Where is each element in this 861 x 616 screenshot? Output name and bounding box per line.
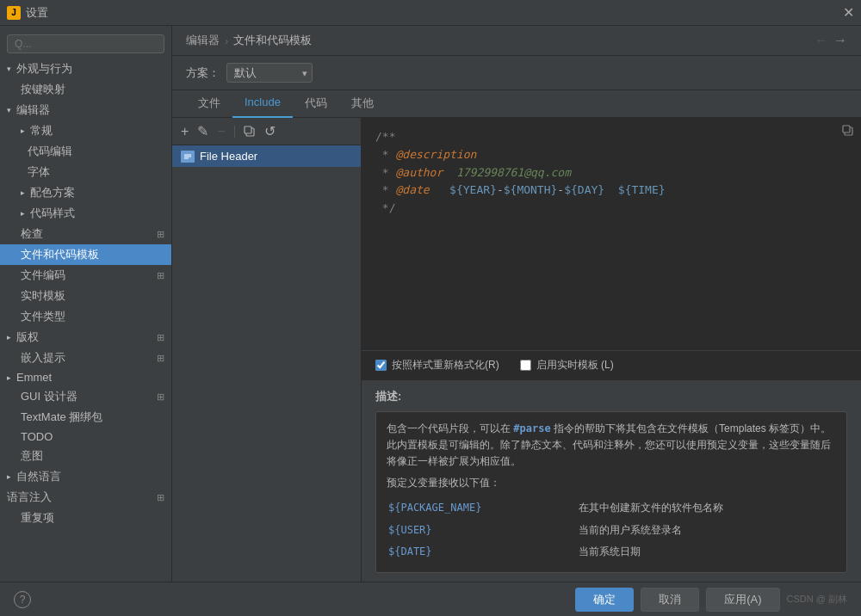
expand-icon: ⊞: [157, 391, 164, 403]
toolbar-separator: [234, 126, 235, 138]
breadcrumb-current: 文件和代码模板: [233, 33, 312, 48]
description-text: 包含一个代码片段，可以在 #parse 指令的帮助下将其包含在文件模板（Temp…: [387, 421, 836, 471]
sidebar-item-natural-lang[interactable]: ▸ 自然语言: [0, 466, 171, 487]
close-button[interactable]: ✕: [842, 7, 854, 19]
chevron-right-icon: ▸: [21, 188, 25, 197]
reformat-checkbox-label[interactable]: 按照样式重新格式化(R): [375, 358, 499, 373]
scheme-label: 方案：: [186, 65, 220, 81]
chevron-down-icon: ▾: [7, 65, 11, 73]
main-container: ▾ 外观与行为 按键映射 ▾ 编辑器 ▸ 常规 代码编辑 字体 ▸ 配色方案 ▸…: [0, 26, 861, 582]
window-title: 设置: [26, 5, 48, 21]
file-toolbar: + ✎ − ↺: [172, 118, 361, 145]
sidebar-item-embedded-hints[interactable]: 嵌入提示 ⊞: [0, 348, 171, 368]
sidebar-item-keymaps[interactable]: 按键映射: [0, 79, 171, 100]
confirm-button[interactable]: 确定: [575, 588, 634, 612]
var-name: ${DATE}: [388, 542, 577, 562]
expand-icon: ⊞: [157, 492, 164, 503]
table-row: ${PACKAGE_NAME} 在其中创建新文件的软件包名称: [388, 498, 834, 518]
sidebar-item-emmet[interactable]: ▸ Emmet: [0, 368, 171, 386]
content-header: 编辑器 › 文件和代码模板 ← →: [172, 26, 861, 56]
scheme-select-wrap: 默认: [226, 63, 313, 83]
file-icon: [181, 151, 195, 163]
table-row: ${USER} 当前的用户系统登录名: [388, 521, 834, 540]
code-line: /**: [375, 128, 847, 146]
desc-parse-ref: #parse: [513, 422, 550, 434]
code-line: * @author 1792998761@qq.com: [375, 164, 847, 182]
sidebar-item-todo[interactable]: TODO: [0, 428, 171, 446]
brand-label: CSDN @ 副林: [787, 588, 847, 612]
sidebar-item-live-templates[interactable]: 实时模板: [0, 286, 171, 306]
live-template-checkbox-label[interactable]: 启用实时模板 (L): [520, 358, 614, 373]
forward-arrow[interactable]: →: [833, 33, 847, 48]
bottom-bar: ? 确定 取消 应用(A) CSDN @ 副林: [0, 582, 861, 616]
reset-button[interactable]: ↺: [263, 123, 277, 139]
scheme-select[interactable]: 默认: [226, 63, 313, 83]
nav-arrows: ← →: [815, 33, 847, 48]
sidebar-search-input[interactable]: [7, 34, 164, 53]
split-panel: + ✎ − ↺: [172, 118, 861, 582]
chevron-right-icon: ▸: [7, 472, 11, 481]
file-item[interactable]: File Header: [172, 145, 361, 167]
chevron-down-icon: ▾: [7, 106, 11, 114]
file-panel: + ✎ − ↺: [172, 118, 362, 582]
predefined-label: 预定义变量接收以下值：: [387, 475, 836, 491]
code-panel: /** * @description * @author 1792998761@…: [362, 118, 861, 582]
sidebar-item-inspection[interactable]: 检查 ⊞: [0, 224, 171, 244]
bottom-left: ?: [14, 591, 31, 608]
sidebar-item-code-editing[interactable]: 代码编辑: [0, 141, 171, 162]
tab-code[interactable]: 代码: [293, 90, 339, 118]
title-bar-left: J 设置: [7, 5, 48, 21]
sidebar-item-intention[interactable]: 意图: [0, 446, 171, 466]
copy-button[interactable]: [242, 126, 257, 138]
sidebar-item-gui-designer[interactable]: GUI 设计器 ⊞: [0, 386, 171, 407]
title-bar: J 设置 ✕: [0, 0, 861, 26]
apply-button[interactable]: 应用(A): [706, 588, 779, 612]
sidebar-item-general[interactable]: ▸ 常规: [0, 120, 171, 141]
tab-other[interactable]: 其他: [339, 90, 386, 118]
tab-files[interactable]: 文件: [186, 90, 232, 118]
expand-icon: ⊞: [157, 332, 164, 343]
sidebar-item-file-templates[interactable]: 文件和代码模板: [0, 244, 171, 265]
sidebar-item-appearance[interactable]: ▾ 外观与行为: [0, 59, 171, 79]
options-row: 按照样式重新格式化(R) 启用实时模板 (L): [362, 350, 861, 379]
chevron-right-icon: ▸: [7, 333, 11, 342]
sidebar-item-font[interactable]: 字体: [0, 162, 171, 182]
file-list: File Header: [172, 145, 361, 582]
app-logo: J: [7, 6, 21, 20]
sidebar-item-lang-injection[interactable]: 语言注入 ⊞: [0, 487, 171, 508]
breadcrumb: 编辑器 › 文件和代码模板: [186, 33, 312, 48]
tabs-bar: 文件 Include 代码 其他: [172, 90, 861, 118]
sidebar-item-code-style[interactable]: ▸ 代码样式: [0, 203, 171, 224]
sidebar-item-editor[interactable]: ▾ 编辑器: [0, 100, 171, 120]
cancel-button[interactable]: 取消: [641, 588, 699, 612]
remove-button[interactable]: −: [215, 124, 226, 139]
breadcrumb-parent: 编辑器: [186, 33, 220, 48]
live-template-checkbox[interactable]: [520, 360, 531, 371]
sidebar-item-file-encoding[interactable]: 文件编码 ⊞: [0, 265, 171, 286]
sidebar-item-copyright[interactable]: ▸ 版权 ⊞: [0, 327, 171, 348]
var-desc: 当前的用户系统登录名: [579, 521, 834, 540]
description-area: 描述: 包含一个代码片段，可以在 #parse 指令的帮助下将其包含在文件模板（…: [362, 379, 861, 582]
sidebar-item-color-scheme[interactable]: ▸ 配色方案: [0, 182, 171, 203]
sidebar: ▾ 外观与行为 按键映射 ▾ 编辑器 ▸ 常规 代码编辑 字体 ▸ 配色方案 ▸…: [0, 26, 172, 582]
table-row: ${DATE} 当前系统日期: [388, 542, 834, 562]
help-button[interactable]: ?: [14, 591, 31, 608]
edit-button[interactable]: ✎: [195, 123, 210, 139]
tab-include[interactable]: Include: [232, 90, 293, 118]
sidebar-item-file-types[interactable]: 文件类型: [0, 306, 171, 327]
copy-code-button[interactable]: [842, 125, 854, 139]
svg-rect-1: [245, 126, 251, 133]
add-button[interactable]: +: [179, 124, 190, 139]
scheme-row: 方案： 默认: [172, 56, 861, 90]
expand-icon: ⊞: [157, 229, 164, 240]
var-name: ${USER}: [388, 521, 577, 540]
variables-table: ${PACKAGE_NAME} 在其中创建新文件的软件包名称 ${USER} 当…: [387, 496, 836, 564]
file-name: File Header: [200, 150, 257, 163]
content-area: 编辑器 › 文件和代码模板 ← → 方案： 默认 文件 Include 代码 其…: [172, 26, 861, 582]
reformat-checkbox[interactable]: [375, 360, 387, 371]
back-arrow[interactable]: ←: [815, 33, 828, 48]
expand-icon: ⊞: [157, 270, 164, 281]
sidebar-item-repeat[interactable]: 重复项: [0, 508, 171, 528]
code-editor[interactable]: /** * @description * @author 1792998761@…: [362, 118, 861, 350]
sidebar-item-textmate[interactable]: TextMate 捆绑包: [0, 407, 171, 428]
